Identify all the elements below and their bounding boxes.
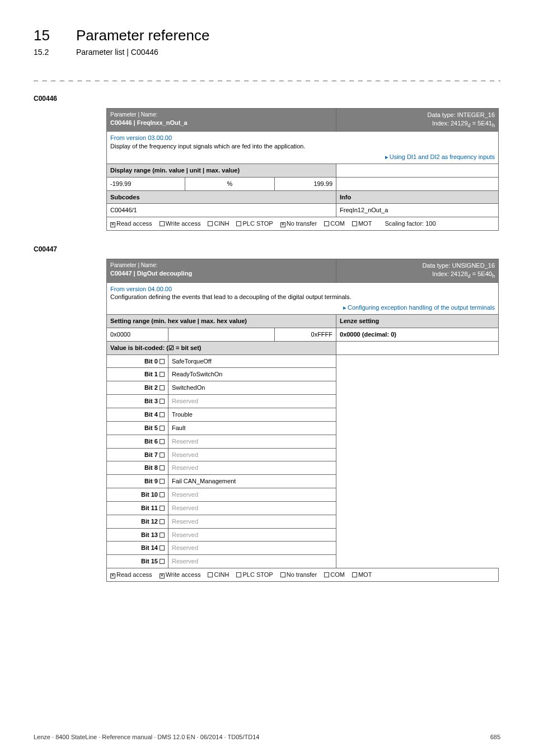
bit-checkbox-icon bbox=[160, 412, 165, 417]
bit-name: Reserved bbox=[168, 488, 336, 502]
info-label: Info bbox=[336, 190, 499, 204]
bit-checkbox-icon bbox=[160, 533, 165, 538]
bit-number: Bit 2 bbox=[107, 381, 168, 395]
bit-row: Bit 11 Reserved bbox=[107, 501, 499, 515]
bit-number: Bit 1 bbox=[107, 368, 168, 381]
checkbox-empty-icon bbox=[236, 221, 241, 226]
checkbox-empty-icon bbox=[324, 572, 329, 577]
bit-row: Bit 4 Trouble bbox=[107, 408, 499, 422]
bit-checkbox-icon bbox=[160, 439, 165, 444]
access-footer: Read access Write access CINH PLC STOP N… bbox=[107, 568, 499, 582]
bit-row: Bit 14 Reserved bbox=[107, 542, 499, 555]
bit-name: Reserved bbox=[168, 515, 336, 528]
bit-number: Bit 9 bbox=[107, 475, 168, 488]
bit-number: Bit 10 bbox=[107, 488, 168, 502]
checkbox-empty-icon bbox=[280, 572, 285, 577]
bit-row: Bit 3 Reserved bbox=[107, 395, 499, 408]
bit-row: Bit 5 Fault bbox=[107, 421, 499, 435]
bit-name: Reserved bbox=[168, 448, 336, 461]
scaling-factor: Scaling factor: 100 bbox=[385, 220, 435, 227]
bit-checkbox-icon bbox=[160, 545, 165, 550]
param-header-label: Parameter | Name: bbox=[110, 111, 332, 119]
param-header-label: Parameter | Name: bbox=[110, 262, 332, 269]
checkbox-empty-icon bbox=[352, 221, 357, 226]
range-min: -199.99 bbox=[107, 177, 185, 190]
bit-name: ReadyToSwitchOn bbox=[168, 368, 336, 381]
version-link[interactable]: From version 03.00.00 bbox=[110, 134, 172, 141]
checkbox-checked-icon bbox=[280, 222, 285, 227]
bit-checkbox-icon bbox=[160, 506, 165, 511]
bit-number: Bit 8 bbox=[107, 461, 168, 475]
checkbox-empty-icon bbox=[236, 572, 241, 577]
bit-number: Bit 5 bbox=[107, 421, 168, 435]
lenze-setting-value: 0x0000 (decimal: 0) bbox=[340, 331, 396, 338]
bit-row: Bit 13 Reserved bbox=[107, 528, 499, 542]
chapter-number: 15 bbox=[34, 27, 62, 44]
param-header-name: C00446 | FreqInxx_nOut_a bbox=[110, 119, 332, 127]
lenze-setting-label: Lenze setting bbox=[336, 315, 499, 328]
bit-name: SafeTorqueOff bbox=[168, 354, 336, 368]
bit-name: Fault bbox=[168, 421, 336, 435]
subcode-value: C00446/1 bbox=[107, 204, 336, 217]
bit-row: Bit 10 Reserved bbox=[107, 488, 499, 502]
param-description: Display of the frequency input signals w… bbox=[110, 143, 306, 150]
bit-checkbox-icon bbox=[160, 492, 165, 497]
bit-name: Reserved bbox=[168, 528, 336, 542]
related-link[interactable]: Using DI1 and DI2 as frequency inputs bbox=[390, 153, 495, 160]
bit-number: Bit 15 bbox=[107, 555, 168, 568]
bit-number: Bit 4 bbox=[107, 408, 168, 422]
param-description: Configuration defining the events that l… bbox=[110, 293, 352, 300]
link-arrow-icon: ▸ bbox=[343, 304, 346, 311]
bit-checkbox-icon bbox=[160, 399, 165, 404]
param-header-index: Index: 24129d = 5E41h bbox=[340, 119, 495, 129]
bit-checkbox-icon bbox=[160, 465, 165, 470]
bitset-label: Value is bit-coded: (☑ = bit set) bbox=[107, 341, 336, 354]
checkbox-empty-icon bbox=[160, 221, 165, 226]
bit-checkbox-icon bbox=[160, 372, 165, 377]
param-header-index: Index: 24128d = 5E40h bbox=[340, 270, 495, 280]
bit-checkbox-icon bbox=[160, 385, 165, 390]
bit-checkbox-icon bbox=[160, 359, 165, 364]
setting-range-label: Setting range (min. hex value | max. hex… bbox=[107, 315, 336, 328]
bit-number: Bit 14 bbox=[107, 542, 168, 555]
bit-row: Bit 12 Reserved bbox=[107, 515, 499, 528]
param-header-datatype: Data type: INTEGER_16 bbox=[340, 111, 495, 119]
related-link[interactable]: Configuring exception handling of the ou… bbox=[348, 304, 495, 311]
bit-number: Bit 11 bbox=[107, 501, 168, 515]
setting-min: 0x0000 bbox=[107, 328, 168, 341]
range-unit: % bbox=[185, 177, 275, 190]
bit-number: Bit 12 bbox=[107, 515, 168, 528]
chapter-title: Parameter reference bbox=[76, 27, 209, 44]
parameter-table-c00447: Parameter | Name: C00447 | DigOut decoup… bbox=[106, 259, 499, 582]
display-range-label: Display range (min. value | unit | max. … bbox=[107, 164, 336, 177]
range-max: 199.99 bbox=[275, 177, 336, 190]
bit-row: Bit 1 ReadyToSwitchOn bbox=[107, 368, 499, 381]
checkbox-empty-icon bbox=[208, 572, 213, 577]
subcode-info: FreqIn12_nOut_a bbox=[336, 204, 499, 217]
bit-name: Reserved bbox=[168, 542, 336, 555]
bit-checkbox-icon bbox=[160, 479, 165, 484]
bit-row: Bit 7 Reserved bbox=[107, 448, 499, 461]
section-title: Parameter list | C00446 bbox=[76, 48, 158, 57]
bit-row: Bit 2 SwitchedOn bbox=[107, 381, 499, 395]
separator-rule: _ _ _ _ _ _ _ _ _ _ _ _ _ _ _ _ _ _ _ _ … bbox=[34, 72, 500, 81]
bit-name: Reserved bbox=[168, 395, 336, 408]
bit-row: Bit 0 SafeTorqueOff bbox=[107, 354, 499, 368]
bit-checkbox-icon bbox=[160, 426, 165, 431]
bit-number: Bit 6 bbox=[107, 435, 168, 448]
version-link[interactable]: From version 04.00.00 bbox=[110, 286, 172, 292]
bit-name: Reserved bbox=[168, 501, 336, 515]
bit-name: Trouble bbox=[168, 408, 336, 422]
checkbox-empty-icon bbox=[208, 221, 213, 226]
parameter-id-c00447: C00447 bbox=[34, 245, 500, 253]
checkbox-empty-icon bbox=[352, 572, 357, 577]
bit-number: Bit 7 bbox=[107, 448, 168, 461]
checkbox-checked-icon bbox=[160, 573, 165, 578]
param-header-datatype: Data type: UNSIGNED_16 bbox=[340, 262, 495, 270]
checkbox-checked-icon bbox=[110, 573, 115, 578]
setting-max: 0xFFFF bbox=[275, 328, 336, 341]
bit-name: Reserved bbox=[168, 461, 336, 475]
bit-row: Bit 15 Reserved bbox=[107, 555, 499, 568]
bit-number: Bit 0 bbox=[107, 354, 168, 368]
checkbox-empty-icon bbox=[324, 221, 329, 226]
